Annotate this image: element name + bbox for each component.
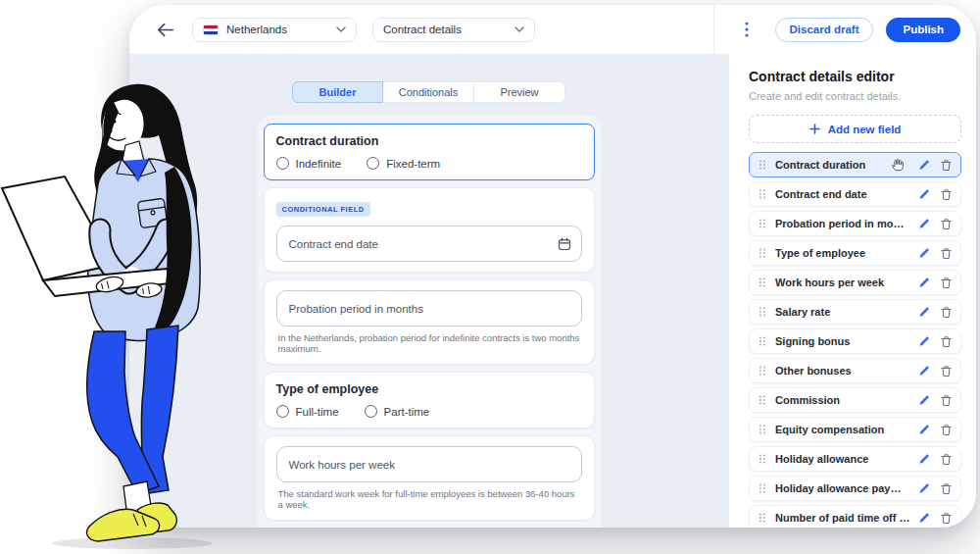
edit-field-button[interactable] [918, 482, 930, 494]
drag-handle-icon[interactable] [759, 424, 766, 435]
radio-full-time[interactable]: Full-time [276, 405, 339, 418]
radio-part-time-label: Part-time [384, 406, 430, 418]
delete-field-button[interactable] [941, 424, 952, 436]
tab-preview[interactable]: Preview [474, 81, 565, 103]
field-row-work-hours[interactable]: Work hours per week [749, 270, 961, 295]
drag-handle-icon[interactable] [759, 453, 766, 465]
field-row-signing-bonus[interactable]: Signing bonus [749, 328, 961, 354]
work-hours-input[interactable] [276, 446, 582, 482]
delete-field-button[interactable] [941, 512, 952, 525]
add-new-field-button[interactable]: Add new field [749, 115, 961, 143]
drag-handle-icon[interactable] [759, 188, 766, 200]
topbar-divider [713, 5, 714, 54]
field-row-label: Equity compensation [775, 424, 910, 435]
contract-end-date-input-wrap [276, 226, 582, 262]
delete-field-button[interactable] [941, 482, 952, 495]
edit-field-button[interactable] [918, 394, 930, 406]
delete-field-button[interactable] [941, 394, 952, 407]
field-row-label: Contract duration [775, 159, 885, 171]
back-button[interactable] [153, 17, 178, 42]
field-row-contract-end-date[interactable]: Contract end date [749, 181, 961, 207]
edit-field-button[interactable] [918, 188, 930, 200]
field-row-holiday-allowance-frequency[interactable]: Holiday allowance payment fre... [749, 476, 961, 501]
trash-icon [941, 482, 952, 495]
field-row-equity-compensation[interactable]: Equity compensation [749, 417, 961, 442]
template-select-value: Contract details [383, 24, 507, 35]
drag-handle-icon[interactable] [759, 247, 766, 259]
radio-circle-icon [276, 405, 289, 418]
radio-fixed-term-label: Fixed-term [386, 158, 440, 170]
radio-indefinite[interactable]: Indefinite [276, 157, 342, 170]
edit-field-button[interactable] [918, 335, 930, 347]
field-list: Contract duration Contract end date [749, 152, 961, 528]
delete-field-button[interactable] [941, 335, 952, 348]
pencil-icon [918, 188, 930, 200]
drag-handle-icon[interactable] [759, 306, 766, 318]
trash-icon [941, 218, 952, 230]
edit-field-button[interactable] [918, 159, 930, 171]
delete-field-button[interactable] [941, 277, 952, 289]
drag-handle-icon[interactable] [759, 218, 766, 229]
drag-handle-icon[interactable] [759, 394, 766, 406]
tab-builder[interactable]: Builder [292, 81, 383, 103]
field-row-salary-rate[interactable]: Salary rate [749, 299, 961, 325]
field-row-type-of-employee[interactable]: Type of employee [749, 240, 961, 266]
radio-part-time[interactable]: Part-time [365, 405, 430, 418]
field-row-label: Signing bonus [775, 335, 910, 347]
drag-handle-icon[interactable] [759, 335, 766, 347]
field-row-probation-period[interactable]: Probation period in months [749, 211, 961, 236]
country-select-value: Netherlands [226, 24, 328, 35]
trash-icon [941, 306, 952, 319]
netherlands-flag-icon [203, 25, 219, 35]
publish-button[interactable]: Publish [886, 18, 960, 42]
trash-icon [941, 453, 952, 466]
drag-handle-icon[interactable] [759, 365, 766, 377]
pencil-icon [918, 365, 930, 377]
field-row-contract-duration[interactable]: Contract duration [749, 152, 961, 177]
field-row-paid-time-off[interactable]: Number of paid time off days [749, 505, 961, 528]
edit-field-button[interactable] [918, 277, 930, 288]
contract-end-date-input[interactable] [276, 226, 582, 262]
delete-field-button[interactable] [941, 159, 952, 172]
delete-field-button[interactable] [941, 218, 952, 230]
work-hours-field: The standard work week for full-time emp… [264, 435, 595, 521]
contract-duration-field[interactable]: Contract duration Indefinite Fixed-term [264, 124, 595, 180]
delete-field-button[interactable] [941, 453, 952, 466]
probation-field: In the Netherlands, probation period for… [264, 279, 595, 365]
trash-icon [941, 335, 952, 348]
drag-handle-icon[interactable] [759, 277, 766, 288]
radio-circle-icon [365, 405, 377, 418]
edit-field-button[interactable] [918, 247, 930, 259]
country-select[interactable]: Netherlands [192, 18, 357, 42]
field-row-commission[interactable]: Commission [749, 387, 961, 413]
edit-field-button[interactable] [918, 306, 930, 318]
edit-field-button[interactable] [918, 218, 930, 229]
edit-field-button[interactable] [918, 365, 930, 377]
delete-field-button[interactable] [941, 247, 952, 260]
edit-field-button[interactable] [918, 453, 930, 465]
drag-handle-icon[interactable] [759, 512, 766, 524]
edit-field-button[interactable] [918, 424, 930, 435]
radio-fixed-term[interactable]: Fixed-term [367, 157, 440, 170]
calendar-icon[interactable] [558, 237, 571, 251]
pencil-icon [918, 482, 930, 494]
delete-field-button[interactable] [941, 365, 952, 378]
more-options-button[interactable] [736, 19, 758, 40]
delete-field-button[interactable] [941, 306, 952, 319]
delete-field-button[interactable] [941, 188, 952, 201]
field-row-other-bonuses[interactable]: Other bonuses [749, 358, 961, 383]
pencil-icon [918, 424, 930, 435]
panel-title: Contract details editor [749, 69, 961, 84]
add-new-field-label: Add new field [828, 124, 902, 135]
field-row-holiday-allowance[interactable]: Holiday allowance [749, 446, 961, 472]
tab-conditionals[interactable]: Conditionals [383, 81, 474, 103]
discard-draft-button[interactable]: Discard draft [775, 18, 874, 42]
probation-input[interactable] [276, 290, 582, 327]
drag-handle-icon[interactable] [759, 482, 766, 494]
template-select[interactable]: Contract details [372, 18, 535, 42]
back-arrow-icon [157, 23, 174, 37]
drag-handle-icon[interactable] [759, 159, 766, 171]
field-row-label: Type of employee [775, 247, 910, 259]
field-row-label: Holiday allowance [775, 453, 910, 465]
edit-field-button[interactable] [918, 512, 930, 524]
